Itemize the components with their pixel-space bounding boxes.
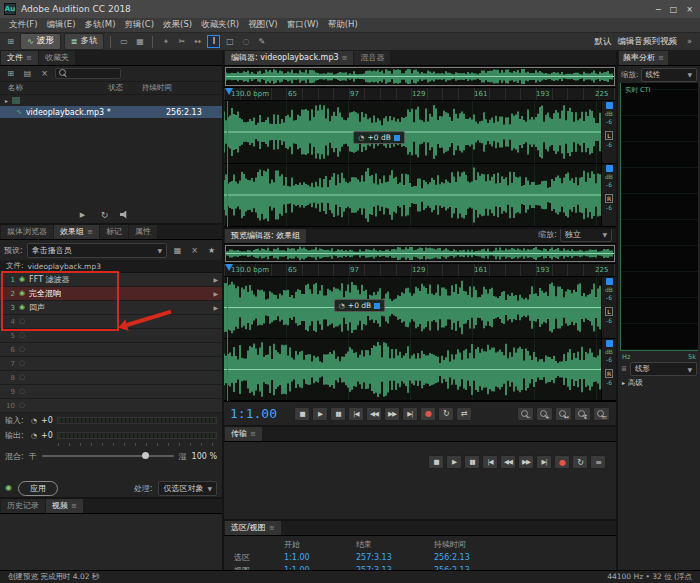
tab-frequency-analysis[interactable]: 频率分析≡ bbox=[619, 51, 668, 65]
waveform-mode-button[interactable]: ∿波形 bbox=[20, 33, 61, 50]
panel-menu-icon[interactable]: ≡ bbox=[269, 524, 275, 532]
output-gain-value[interactable]: +0 bbox=[41, 431, 53, 440]
power-icon[interactable]: ◉ bbox=[19, 290, 25, 297]
menu-clip[interactable]: 剪辑(C) bbox=[121, 18, 159, 32]
right-channel-badge[interactable]: R bbox=[605, 194, 613, 203]
tab-preview-editor[interactable]: 预览编辑器: 效果组 bbox=[225, 229, 306, 243]
zoom-in-vertical-icon[interactable]: ↕ bbox=[574, 407, 591, 421]
power-icon[interactable]: ◉ bbox=[19, 276, 25, 283]
power-icon[interactable]: ○ bbox=[19, 332, 25, 339]
workspace-default-button[interactable]: 默认 bbox=[595, 36, 612, 48]
column-duration[interactable]: 持续时间 bbox=[142, 83, 172, 93]
effect-slot-9[interactable]: 9 ○ bbox=[0, 385, 222, 399]
menu-favorites[interactable]: 收藏夹(R) bbox=[197, 18, 243, 32]
pause-button[interactable]: ▮▮ bbox=[330, 407, 346, 421]
channel-enable-button[interactable] bbox=[606, 278, 613, 285]
transport-menu-button[interactable]: ≡ bbox=[590, 455, 606, 469]
workspace-grid-icon[interactable]: ⊞ bbox=[4, 35, 17, 48]
time-display[interactable]: 1:1.00 bbox=[230, 406, 277, 421]
power-icon[interactable]: ○ bbox=[19, 388, 25, 395]
time-selection-tool-icon[interactable]: I bbox=[207, 35, 220, 48]
preview-right-waveform[interactable] bbox=[224, 339, 601, 400]
preview-play-icon[interactable]: ▶ bbox=[76, 208, 89, 221]
menu-help[interactable]: 帮助(H) bbox=[324, 18, 362, 32]
effect-slot-7[interactable]: 7 ○ bbox=[0, 357, 222, 371]
mix-value[interactable]: 100 % bbox=[192, 452, 217, 461]
transport-record-button[interactable]: ● bbox=[554, 455, 570, 469]
delete-file-icon[interactable]: × bbox=[38, 67, 51, 80]
preview-left-waveform[interactable] bbox=[224, 277, 601, 338]
open-file-icon[interactable]: ▤ bbox=[21, 67, 34, 80]
panel-menu-icon[interactable]: ≡ bbox=[71, 502, 77, 510]
close-button[interactable]: × bbox=[686, 5, 693, 14]
channel-enable-button[interactable] bbox=[606, 340, 613, 347]
stop-button[interactable]: ■ bbox=[294, 407, 310, 421]
selection-duration-value[interactable]: 256:2.13 bbox=[434, 553, 518, 562]
effect-slot-4[interactable]: 4 ○ bbox=[0, 315, 222, 329]
power-icon[interactable]: ○ bbox=[19, 374, 25, 381]
import-file-icon[interactable]: ⊞ bbox=[4, 67, 17, 80]
razor-tool-icon[interactable]: ✂ bbox=[175, 35, 188, 48]
editor-timeline-ruler[interactable]: 130.0 bpm 65 97 129 161 193 225 bbox=[224, 88, 616, 101]
transport-skip-back-button[interactable]: |◀ bbox=[482, 455, 498, 469]
favorite-star-icon[interactable]: ★ bbox=[205, 244, 218, 257]
fast-forward-button[interactable]: ▶▶ bbox=[384, 407, 400, 421]
preview-zoom-dropdown[interactable]: 独立▼ bbox=[560, 229, 612, 242]
slip-tool-icon[interactable]: ↔ bbox=[191, 35, 204, 48]
preset-dropdown[interactable]: 拿击播音员▼ bbox=[27, 243, 167, 258]
tab-history[interactable]: 历史记录 bbox=[1, 499, 45, 513]
playhead-marker[interactable] bbox=[225, 88, 233, 95]
tab-effects-rack[interactable]: 效果组≡ bbox=[54, 225, 99, 239]
expand-chevron-icon[interactable]: ▸ bbox=[5, 97, 8, 104]
tab-favorites[interactable]: 收藏夹 bbox=[39, 51, 75, 65]
transport-fast-forward-button[interactable]: ▶▶ bbox=[518, 455, 534, 469]
chevron-right-icon[interactable]: ▶ bbox=[213, 304, 218, 311]
panel-menu-icon[interactable]: ≡ bbox=[87, 228, 93, 236]
lasso-tool-icon[interactable]: ◌ bbox=[239, 35, 252, 48]
left-channel-lane[interactable]: dB -6 L -6 bbox=[224, 277, 616, 339]
panel-menu-icon[interactable]: ≡ bbox=[342, 54, 348, 62]
zoom-to-selection-icon[interactable]: ▭ bbox=[593, 407, 610, 421]
effect-slot-2[interactable]: 2 ◉ 完全混响 ▶ bbox=[0, 287, 222, 301]
speaker-icon[interactable] bbox=[120, 211, 129, 219]
delete-preset-icon[interactable]: × bbox=[188, 244, 201, 257]
power-icon[interactable]: ○ bbox=[19, 318, 25, 325]
paintbrush-tool-icon[interactable]: ✎ bbox=[255, 35, 268, 48]
search-box[interactable] bbox=[55, 68, 121, 79]
advanced-section-toggle[interactable]: ▸ 高级 bbox=[618, 376, 700, 389]
maximize-button[interactable]: □ bbox=[670, 5, 678, 14]
frequency-graph[interactable]: 实时 CTI bbox=[620, 83, 698, 351]
panel-menu-icon[interactable]: ≡ bbox=[26, 54, 32, 62]
right-channel-lane[interactable]: dB -6 R -6 bbox=[224, 164, 616, 227]
tab-selection-view[interactable]: 选区/视图≡ bbox=[225, 521, 281, 535]
effect-slot-6[interactable]: 6 ○ bbox=[0, 343, 222, 357]
transport-skip-forward-button[interactable]: ▶| bbox=[536, 455, 552, 469]
effect-slot-1[interactable]: 1 ◉ FFT 滤波器 ▶ bbox=[0, 273, 222, 287]
menu-view[interactable]: 视图(V) bbox=[244, 18, 281, 32]
multitrack-mode-button[interactable]: ≣多轨 bbox=[64, 33, 105, 50]
hud-keyframe-icon[interactable] bbox=[374, 303, 380, 309]
editor-waveform-area[interactable]: dB -6 L -6 dB -6 R -6 bbox=[224, 101, 616, 227]
right-channel-badge[interactable]: R bbox=[605, 369, 613, 378]
freq-zoom-dropdown[interactable]: 线性▼ bbox=[641, 68, 697, 82]
input-knob-icon[interactable]: ◔ bbox=[31, 417, 37, 425]
volume-knob-icon[interactable]: ◔ bbox=[358, 134, 364, 142]
menu-effects[interactable]: 效果(S) bbox=[159, 18, 196, 32]
left-channel-lane[interactable]: dB -6 L -6 bbox=[224, 101, 616, 164]
hud-gain-value[interactable]: +0 dB bbox=[367, 133, 390, 142]
editor-overview-waveform[interactable] bbox=[225, 67, 615, 86]
effect-slot-3[interactable]: 3 ◉ 回声 ▶ bbox=[0, 301, 222, 315]
tab-transport[interactable]: 传输≡ bbox=[225, 427, 262, 441]
rack-power-icon[interactable]: ◉ bbox=[5, 484, 12, 492]
tab-properties[interactable]: 属性 bbox=[129, 225, 157, 239]
mix-slider[interactable] bbox=[42, 455, 174, 457]
save-preset-icon[interactable]: ▦ bbox=[171, 244, 184, 257]
power-icon[interactable]: ○ bbox=[19, 402, 25, 409]
input-gain-value[interactable]: +0 bbox=[41, 416, 53, 425]
show-waveform-view-icon[interactable]: ▭ bbox=[117, 35, 130, 48]
selection-end-value[interactable]: 257:3.13 bbox=[356, 553, 434, 562]
transport-stop-button[interactable]: ■ bbox=[428, 455, 444, 469]
volume-hud[interactable]: ◔ +0 dB bbox=[334, 299, 385, 312]
marquee-tool-icon[interactable]: □ bbox=[223, 35, 236, 48]
effect-slot-8[interactable]: 8 ○ bbox=[0, 371, 222, 385]
